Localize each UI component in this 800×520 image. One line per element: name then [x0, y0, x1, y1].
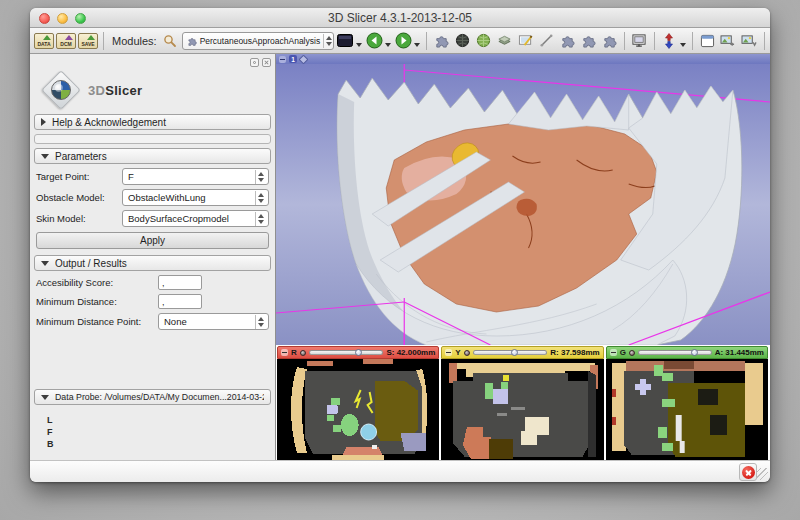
green-slice-slider[interactable]: [638, 350, 712, 355]
obstacle-model-stepper[interactable]: [255, 191, 266, 205]
minimize-button[interactable]: [57, 13, 68, 24]
collapse-controller-icon[interactable]: [610, 349, 617, 356]
toolbar-separator: [764, 32, 765, 50]
toolbar-separator: [103, 32, 104, 50]
load-dicom-icon[interactable]: DCM: [56, 33, 76, 49]
obstacle-model-selector[interactable]: ObstacleWithLung: [122, 189, 269, 206]
skin-model-selector[interactable]: BodySurfaceCropmodel: [122, 210, 269, 227]
data-probe-label: Data Probe: /Volumes/DATA/My Documen...2…: [55, 392, 264, 402]
green-slice-letter: G: [620, 348, 626, 357]
orientation-letter-b: B: [47, 439, 275, 450]
obstacle-model-value: ObstacleWithLung: [128, 192, 252, 203]
volume-dark-globe-icon[interactable]: [453, 31, 472, 50]
layout-dropdown-arrow[interactable]: [356, 43, 362, 47]
orientation-letter-f: F: [47, 427, 275, 438]
view-layout: 1: [276, 54, 770, 460]
layout-selector-icon[interactable]: [336, 31, 355, 50]
toolbar-separator: [624, 32, 625, 50]
red-slice-slider[interactable]: [309, 350, 384, 355]
yellow-slice-offset: R: 37.598mm: [550, 348, 599, 357]
target-point-stepper[interactable]: [255, 170, 266, 184]
collapse-controller-icon[interactable]: [279, 56, 286, 63]
data-probe-header[interactable]: Data Probe: /Volumes/DATA/My Documen...2…: [34, 389, 271, 405]
sagittal-slice-image[interactable]: [441, 359, 603, 460]
apply-button[interactable]: Apply: [36, 232, 269, 249]
title-bar[interactable]: 3D Slicer 4.3.1-2013-12-05: [30, 8, 770, 28]
module-panel: 3DSlicer Help & Acknowledgement Paramete…: [30, 54, 276, 460]
slicer-logo-icon: [44, 73, 78, 107]
pin-icon[interactable]: [464, 350, 470, 356]
pin-icon[interactable]: [629, 350, 635, 356]
window-icon[interactable]: [698, 31, 717, 50]
help-section-header[interactable]: Help & Acknowledgement: [34, 114, 271, 130]
save-data-icon[interactable]: SAVE: [78, 33, 98, 49]
close-panel-icon[interactable]: [262, 58, 271, 67]
minimum-distance-point-value: None: [164, 316, 252, 327]
screen-capture-icon[interactable]: [630, 31, 649, 50]
skin-model-stepper[interactable]: [255, 212, 266, 226]
load-data-icon[interactable]: DATA: [34, 33, 54, 49]
logo-text-slicer: Slicer: [105, 83, 142, 98]
close-button[interactable]: [39, 13, 50, 24]
main-toolbar: DATA DCM SAVE Modules: PercutaneousAppro…: [30, 28, 770, 54]
accessibility-score-label: Accesibility Score:: [36, 277, 154, 288]
parameters-section-header[interactable]: Parameters: [34, 148, 271, 164]
output-section-header[interactable]: Output / Results: [34, 255, 271, 271]
toolbar-separator: [692, 32, 693, 50]
minimum-distance-point-selector[interactable]: None: [158, 313, 269, 330]
pin-icon[interactable]: [250, 58, 259, 67]
output-section-label: Output / Results: [55, 258, 127, 269]
axial-slice-image[interactable]: [277, 359, 439, 460]
layers-icon[interactable]: [495, 31, 514, 50]
pin-icon[interactable]: [300, 350, 306, 356]
resize-grip[interactable]: [756, 468, 768, 480]
pin-icon[interactable]: [299, 54, 309, 64]
scene-view-icon[interactable]: [719, 31, 738, 50]
puzzle-icon[interactable]: [558, 31, 577, 50]
puzzle-icon[interactable]: [579, 31, 598, 50]
markers-dropdown-arrow[interactable]: [680, 43, 686, 47]
forward-icon[interactable]: [394, 31, 413, 50]
scene-view-icon[interactable]: [740, 31, 759, 50]
back-dropdown-arrow[interactable]: [385, 43, 391, 47]
volume-green-globe-icon[interactable]: [474, 31, 493, 50]
coronal-slice-image[interactable]: [606, 359, 768, 460]
slice-view-yellow: Y R: 37.598mm: [441, 346, 603, 460]
collapse-controller-icon[interactable]: [281, 349, 288, 356]
module-selector[interactable]: PercutaneousApproachAnalysis: [182, 32, 334, 50]
puzzle-icon[interactable]: [600, 31, 619, 50]
yellow-slice-slider[interactable]: [473, 350, 548, 355]
empty-collapsible-bar: [34, 134, 271, 144]
threed-render-canvas[interactable]: [276, 64, 770, 345]
green-slice-controller-bar[interactable]: G A: 31.445mm: [606, 346, 768, 359]
threed-view-tab[interactable]: 1: [289, 55, 297, 63]
error-log-button[interactable]: [739, 463, 757, 481]
ruler-icon[interactable]: [537, 31, 556, 50]
red-slice-controller-bar[interactable]: R S: 42.000mm: [277, 346, 439, 359]
screenshot-icon[interactable]: [516, 31, 535, 50]
slice-view-red: R S: 42.000mm: [277, 346, 439, 460]
slice-view-row: R S: 42.000mm: [276, 345, 770, 460]
yellow-slice-controller-bar[interactable]: Y R: 37.598mm: [441, 346, 603, 359]
help-section-label: Help & Acknowledgement: [52, 117, 166, 128]
search-icon[interactable]: [161, 31, 180, 50]
zoom-button[interactable]: [75, 13, 86, 24]
parameters-section-label: Parameters: [55, 151, 107, 162]
threed-view-controller-bar[interactable]: 1: [276, 54, 770, 64]
panel-spacer: [30, 332, 275, 387]
collapse-controller-icon[interactable]: [445, 349, 452, 356]
logo-text-3d: 3D: [88, 83, 105, 98]
back-icon[interactable]: [365, 31, 384, 50]
expanded-arrow-icon: [41, 154, 49, 159]
puzzle-icon[interactable]: [432, 31, 451, 50]
toolbar-separator: [654, 32, 655, 50]
minimum-distance-point-stepper[interactable]: [255, 315, 266, 329]
error-icon: [742, 466, 755, 479]
forward-dropdown-arrow[interactable]: [414, 43, 420, 47]
minimum-distance-field[interactable]: [158, 294, 202, 309]
markers-pin-icon[interactable]: [660, 31, 679, 50]
module-stepper[interactable]: [323, 34, 334, 48]
accessibility-score-field[interactable]: [158, 275, 202, 290]
target-point-selector[interactable]: F: [122, 168, 269, 185]
app-window: 3D Slicer 4.3.1-2013-12-05 DATA DCM SAVE…: [30, 8, 770, 482]
